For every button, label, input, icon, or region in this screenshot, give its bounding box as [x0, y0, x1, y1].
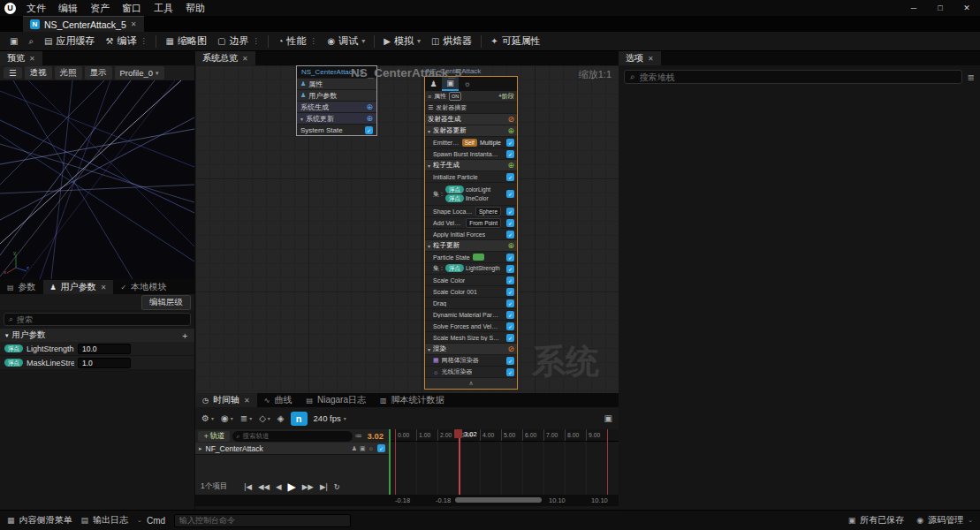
close-icon[interactable]: ✕ [648, 55, 654, 63]
module-checkbox[interactable]: ✓ [506, 219, 514, 227]
toolbar-button[interactable]: ⌕ [24, 34, 38, 49]
range-start-line[interactable] [395, 429, 396, 495]
stage-status-icon[interactable]: ⊕ [507, 127, 514, 135]
add-stage-icon[interactable]: ⊕ [366, 114, 373, 123]
timeline-track-area[interactable]: 0.001.002.003.004.005.006.007.008.009.00 [390, 429, 619, 495]
track-search[interactable]: ⌕ [232, 431, 353, 442]
timeline-tab[interactable]: ◷ 时间轴 ✕ [195, 393, 257, 407]
menu-item[interactable]: 帮助 [179, 1, 211, 16]
timeline-tool-button[interactable]: ≣ ▾ [240, 413, 252, 423]
stack-search-input[interactable] [640, 72, 956, 82]
track-option-icon[interactable]: ▣ [360, 445, 366, 452]
toolbar-button[interactable] [268, 35, 269, 48]
edit-hierarchy-button[interactable]: 编辑层级 [141, 295, 191, 310]
tab-system-overview[interactable]: 系统总览 ✕ [195, 51, 255, 65]
track-row[interactable]: ▸ NF_CenterAttack ♟▣☼ ✓ [195, 443, 389, 455]
maximize-button[interactable]: □ [927, 0, 953, 16]
menu-item[interactable]: 资产 [84, 1, 116, 16]
module-checkbox[interactable]: ✓ [506, 276, 514, 284]
keyframe-area[interactable] [390, 442, 619, 495]
chevron-down-icon[interactable]: ▾ [428, 128, 430, 134]
timeline-range-bar[interactable]: -0.18 -0.18 10.10 10.10 [195, 495, 619, 506]
module-checkbox[interactable]: ✓ [506, 357, 514, 365]
close-icon[interactable]: ✕ [244, 397, 250, 405]
node-graph[interactable]: 缩放1:1 系统 NS_CenterAttack_5 NS_CenterAtta… [195, 65, 619, 393]
system-node-row[interactable]: System State ✓ [297, 124, 376, 135]
add-parameter-button[interactable]: ＋ [180, 329, 189, 342]
dropdown-icon[interactable]: ▾ [361, 37, 365, 45]
timeline-tool-button[interactable]: ◈ [277, 413, 285, 423]
menu-item[interactable]: 文件 [20, 1, 52, 16]
search-input[interactable] [17, 315, 186, 324]
niagara-mode-button[interactable]: n [291, 412, 308, 426]
transport-button[interactable]: ▶ [288, 481, 296, 493]
parameter-value-field[interactable]: 1.0 [78, 358, 131, 368]
track-option-icon[interactable]: ♟ [352, 445, 357, 452]
transport-button[interactable]: ◀◀ [258, 482, 270, 491]
system-node-row[interactable]: ▾ 系统更新 ⊕ ✓ [297, 112, 376, 124]
stage-status-icon[interactable]: ⊕ [507, 242, 514, 250]
module-checkbox[interactable]: ✓ [506, 299, 514, 307]
toolbar-button[interactable]: ▣ [5, 34, 22, 48]
stack-row[interactable]: ▦ 网格体渲染器 [425, 355, 517, 367]
module-checkbox[interactable]: ✓ [506, 368, 514, 376]
add-stage-button[interactable]: +阶段 [498, 92, 514, 101]
stack-row[interactable]: Particle State [425, 252, 517, 263]
parameter-row[interactable]: 浮点 LightStrength 10.0 [0, 342, 194, 356]
module-checkbox[interactable]: ✓ [506, 139, 514, 147]
chevron-down-icon[interactable]: ▾ [300, 116, 303, 122]
module-checkbox[interactable]: ✓ [365, 126, 373, 134]
module-checkbox[interactable]: ✓ [506, 334, 514, 342]
menu-item[interactable]: 工具 [148, 1, 179, 16]
stage-status-icon[interactable]: ⊕ [507, 162, 514, 170]
module-checkbox[interactable]: ✓ [506, 150, 514, 158]
module-checkbox[interactable]: ✓ [506, 265, 514, 273]
close-icon[interactable]: ✕ [101, 284, 107, 292]
track-option-icon[interactable]: ☼ [368, 445, 374, 452]
transport-button[interactable]: ▶▶ [302, 482, 314, 491]
parameters-tab[interactable]: ♟ 用户参数 ✕ [43, 280, 114, 294]
parameters-tab[interactable]: ✓ 本地模块 [113, 280, 173, 294]
content-drawer-button[interactable]: ▦ 内容侧滑菜单 [7, 514, 72, 526]
timeline-tab[interactable]: ∿ 曲线 [257, 393, 300, 407]
chevron-down-icon[interactable]: ▾ [428, 346, 430, 352]
close-icon[interactable]: ✕ [242, 55, 248, 63]
loop-start-line[interactable] [389, 429, 391, 495]
close-icon[interactable]: ✕ [29, 55, 35, 63]
stage-status-icon[interactable]: ⊘ [507, 345, 514, 353]
viewport-option-button[interactable]: 显示 [85, 66, 112, 80]
parameters-search[interactable]: ⌕ [4, 313, 191, 326]
viewport-option-button[interactable]: Profile_0 ▾ [115, 66, 164, 80]
unreal-logo-icon[interactable]: U [4, 3, 16, 14]
tab-options[interactable]: 选项 ✕ [619, 51, 661, 65]
stack-row[interactable]: ▾ 发射器更新 [425, 125, 517, 137]
playhead-line[interactable] [459, 429, 460, 495]
stage-status-icon[interactable]: ⊘ [507, 116, 514, 124]
parameter-row[interactable]: 浮点 MaskLineStre 1.0 [0, 356, 194, 370]
timeline-tool-button[interactable]: ◇ ▾ [259, 413, 270, 423]
stack-row[interactable]: ☼ 光线渲染器 [425, 367, 517, 378]
toolbar-button[interactable] [156, 35, 156, 48]
camera-icon[interactable]: ▣ [604, 413, 612, 423]
stack-row[interactable]: Emitter State Self Multiple [425, 137, 517, 148]
cmd-selector[interactable]: ⌄ Cmd [137, 516, 165, 526]
viewport-menu-icon[interactable]: ☰ [4, 67, 22, 79]
user-parameters-section[interactable]: ▾ 用户参数 ＋ [0, 329, 194, 342]
system-node-row[interactable]: 系统生成 ⊕ ✓ [297, 101, 376, 112]
stack-row[interactable]: Shape Location Sphere [425, 206, 517, 217]
stack-row[interactable]: Scale Mesh Size by Speed [425, 332, 517, 344]
module-checkbox[interactable]: ✓ [506, 173, 514, 181]
toolbar-button[interactable]: ▦ 缩略图 [161, 33, 210, 49]
tab-preview[interactable]: 预览 ✕ [0, 51, 42, 65]
module-checkbox[interactable]: ✓ [506, 208, 514, 216]
toolbar-button[interactable] [374, 35, 375, 48]
stack-row[interactable]: Drag ✓ [425, 298, 517, 309]
stack-row[interactable]: ▾ 渲染 [425, 344, 517, 355]
filter-icon[interactable]: ≔ [355, 432, 362, 440]
toolbar-button[interactable]: ▶ 模拟 ▾ [379, 33, 425, 49]
track-search-input[interactable] [242, 432, 347, 440]
minimize-button[interactable]: ─ [900, 0, 927, 16]
menu-item[interactable]: 窗口 [116, 1, 148, 16]
transport-button[interactable]: ↻ [334, 482, 340, 491]
stack-row[interactable]: Apply Initial Forces [425, 229, 517, 240]
